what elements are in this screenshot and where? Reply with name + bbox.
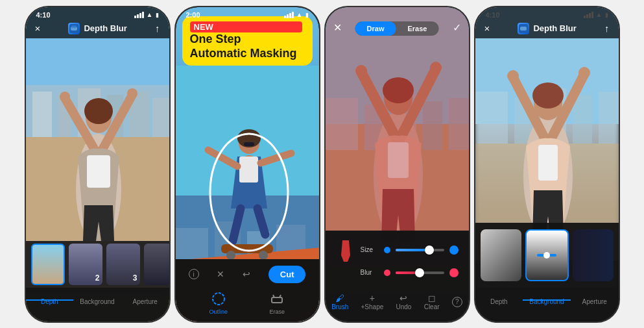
wifi-icon: ▲ — [147, 11, 153, 18]
phone4-header: × Depth Blur ↑ — [475, 7, 619, 38]
thumb-1[interactable] — [31, 244, 65, 285]
undo-label-tab: Undo — [396, 303, 412, 310]
tab-aperture-label: Aperture — [133, 298, 158, 305]
tab-aperture[interactable]: Aperture — [121, 298, 169, 310]
clear-tool[interactable]: ◻ Clear — [424, 293, 440, 310]
phone2-wifi-icon: ▲ — [296, 11, 303, 18]
svg-rect-19 — [71, 25, 77, 28]
phone-3: Draw Erase ✕ ✓ Size — [324, 6, 470, 323]
phone3-close-button[interactable]: ✕ — [333, 21, 342, 34]
phone2-toolbar: i ✕ ↩ Cut Outline Erase — [176, 259, 319, 322]
brush-icon — [336, 237, 355, 263]
gradient-panel-2[interactable] — [525, 229, 569, 281]
svg-rect-61 — [475, 92, 508, 144]
phone1-title-group: Depth Blur — [68, 23, 126, 34]
phone-1: 4:10 ▲ ▮ × — [25, 6, 171, 323]
signal-icon — [134, 12, 144, 18]
svg-point-37 — [259, 251, 268, 260]
gradient-panel-3[interactable] — [573, 229, 614, 281]
blur-dot-icon — [384, 270, 390, 276]
shape-label-tab: +Shape — [361, 303, 384, 310]
svg-point-36 — [226, 251, 235, 260]
gradient-slider-thumb — [543, 252, 550, 259]
phone-1-screen: 4:10 ▲ ▮ × — [26, 7, 169, 322]
woman-photo — [26, 7, 169, 260]
undo-tool[interactable]: ↩ Undo — [396, 293, 412, 310]
phone1-thumbnails: 2 3 4 — [26, 241, 169, 288]
phone2-toolbar-bottom: Outline Erase — [176, 287, 319, 319]
info-icon[interactable]: i — [189, 269, 199, 279]
help-tool[interactable]: ? — [452, 297, 462, 307]
masking-banner: NEWOne Step Automatic Masking — [182, 16, 313, 66]
outline-tool[interactable]: Outline — [209, 291, 228, 315]
clear-label-tab: Clear — [424, 303, 440, 310]
phone4-tab-aperture[interactable]: Aperture — [571, 298, 619, 310]
gradient-slider[interactable] — [537, 254, 556, 257]
thumb-3[interactable]: 3 — [106, 244, 140, 285]
shape-tool[interactable]: + +Shape — [361, 293, 384, 310]
phone-4-screen: 4:10 ▲ ▮ × — [475, 7, 619, 322]
size-max-dot-icon — [449, 246, 459, 255]
app-logo-icon — [68, 23, 80, 34]
phones-container: 4:10 ▲ ▮ × — [19, 1, 625, 328]
banner-line1: One Step — [190, 32, 305, 47]
erase-tool[interactable]: Erase — [269, 291, 285, 315]
svg-rect-64 — [573, 95, 592, 144]
phone-3-screen: Draw Erase ✕ ✓ Size — [326, 7, 469, 322]
svg-rect-58 — [326, 7, 469, 267]
phone-2-screen: 2:00 ▲ ▮ NEWOne Step Automatic Maskin — [176, 7, 319, 322]
svg-rect-76 — [520, 27, 527, 31]
size-row: Size — [336, 237, 459, 263]
help-icon: ? — [452, 297, 462, 307]
phone4-app-logo-icon — [518, 23, 529, 34]
undo-button[interactable]: ↩ — [243, 269, 250, 279]
svg-point-15 — [127, 88, 137, 99]
tab-background[interactable]: Background — [73, 298, 121, 310]
size-slider[interactable] — [396, 249, 444, 251]
blur-slider[interactable] — [396, 271, 444, 274]
tab-active-indicator — [26, 299, 74, 301]
phone2-status-icons: ▲ ▮ — [284, 11, 309, 19]
thumb-4[interactable]: 4 — [144, 244, 169, 285]
battery-icon: ▮ — [156, 12, 159, 18]
phone4-close-button[interactable]: × — [484, 23, 490, 34]
gradient-panel-1[interactable] — [481, 229, 521, 281]
brush-label-tab: Brush — [331, 303, 348, 310]
phone1-close-button[interactable]: × — [35, 23, 41, 34]
phone3-photo — [326, 7, 469, 267]
banner-line2: Automatic Masking — [190, 47, 305, 61]
phone4-tab-aperture-label: Aperture — [582, 298, 607, 305]
brush-tool[interactable]: 🖌 Brush — [331, 293, 348, 310]
phone1-status-icons: ▲ ▮ — [134, 11, 159, 18]
size-dot-icon — [384, 247, 390, 253]
phone3-confirm-button[interactable]: ✓ — [453, 21, 461, 34]
svg-point-72 — [507, 70, 519, 82]
thumb-2[interactable]: 2 — [69, 244, 102, 285]
phone4-share-button[interactable]: ↑ — [604, 23, 610, 34]
phone1-time: 4:10 — [36, 11, 51, 19]
tab-background-label: Background — [80, 298, 114, 305]
phone4-app-title: Depth Blur — [533, 23, 576, 33]
phone2-status-bar: 2:00 ▲ ▮ — [176, 7, 319, 20]
phone-2: 2:00 ▲ ▮ NEWOne Step Automatic Maskin — [174, 6, 320, 323]
phone4-tab-depth[interactable]: Depth — [475, 298, 523, 310]
cut-button[interactable]: Cut — [268, 266, 306, 283]
phone2-x-button[interactable]: ✕ — [217, 269, 224, 279]
phone1-bottom-tabs: Depth Background Aperture — [26, 288, 169, 322]
phone4-bottom-tabs: Depth Background Aperture — [475, 288, 619, 322]
blur-row: Blur — [336, 268, 459, 277]
phone1-share-button[interactable]: ↑ — [155, 23, 160, 34]
erase-icon — [269, 291, 285, 307]
phone2-toolbar-top: i ✕ ↩ Cut — [176, 259, 319, 287]
draw-button[interactable]: Draw — [355, 21, 396, 36]
erase-label: Erase — [270, 309, 285, 315]
phone1-status-bar: 4:10 ▲ ▮ — [26, 7, 169, 20]
svg-point-39 — [213, 293, 224, 305]
svg-rect-74 — [538, 145, 558, 181]
gradient-panels — [475, 223, 619, 288]
outline-label: Outline — [209, 309, 228, 315]
phone4-tab-active-indicator — [523, 299, 571, 301]
erase-button[interactable]: Erase — [396, 21, 438, 36]
masking-title-group: NEWOne Step Automatic Masking — [190, 21, 305, 61]
svg-rect-16 — [87, 155, 110, 188]
